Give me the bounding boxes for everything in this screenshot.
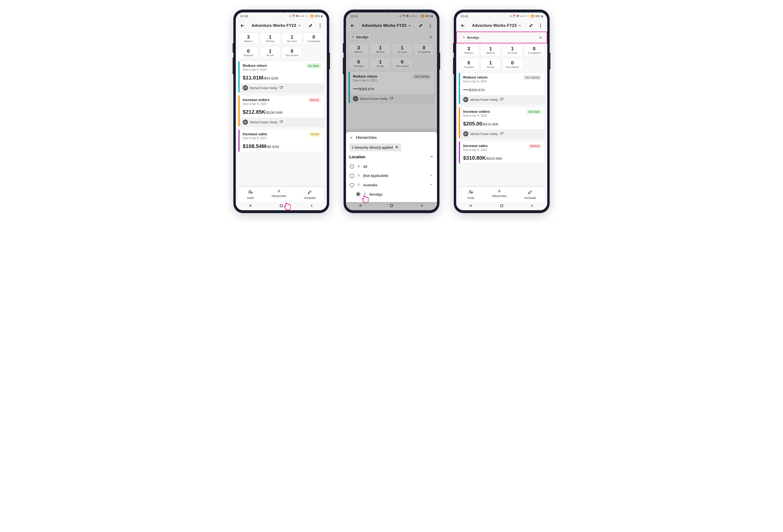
stat-label: At risk	[261, 54, 279, 57]
owner-name: Michal Foster Heldy	[250, 121, 277, 124]
expand-button[interactable]	[307, 22, 314, 29]
metric-value: $212.85K/$108.54M	[243, 109, 321, 115]
svg-point-3	[282, 86, 283, 87]
metric-card[interactable]: Reduce return Due in Apr 9, 2023 On trac…	[238, 61, 324, 93]
svg-point-41	[499, 190, 500, 191]
metric-footer: MF Michal Foster Heldy	[459, 95, 544, 104]
slicer-applied-chip[interactable]: 1 hierarchy slicer(s) applied	[349, 143, 401, 151]
svg-point-20	[359, 166, 360, 167]
stat-card[interactable]: 1 At risk	[480, 59, 501, 70]
chevron-up-icon[interactable]	[429, 183, 433, 187]
owner-name: Michal Foster Heldy	[470, 132, 498, 136]
hierarchy-option[interactable]: Australia	[349, 180, 434, 190]
stat-card[interactable]: 0 Not started	[282, 47, 302, 59]
metric-card[interactable]: Increase orders Due in Apr 9, 2023 On tr…	[459, 107, 545, 139]
radio-button[interactable]	[350, 164, 354, 169]
comment-icon[interactable]	[500, 97, 504, 102]
annotate-button[interactable]: Annotate	[525, 189, 536, 200]
hierarchy-option[interactable]: [Not Applicable]	[349, 171, 434, 180]
close-icon[interactable]	[395, 145, 399, 150]
stat-number: 0	[460, 60, 478, 66]
status-stripe	[459, 73, 460, 104]
option-label: All	[363, 165, 367, 169]
metric-card[interactable]: Increase orders Due in Apr 9, 2023 Behin…	[238, 95, 324, 127]
stat-card[interactable]: 0 Completed	[304, 33, 324, 44]
hierarchy-icon	[357, 183, 361, 187]
stat-card[interactable]: 1 Behind	[480, 44, 501, 56]
metric-card[interactable]: Reduce return Due in Apr 9, 2023 Not sta…	[459, 72, 545, 104]
page-title[interactable]: Adventure Works FY23	[469, 23, 525, 28]
stat-card[interactable]: 1 On track	[502, 44, 523, 56]
stat-label: Overdue	[460, 66, 478, 68]
back-button[interactable]	[239, 22, 246, 29]
radio-button[interactable]	[350, 174, 354, 178]
svg-point-26	[359, 185, 360, 186]
stat-card[interactable]: 0 Overdue	[459, 59, 479, 70]
stat-card[interactable]: 3 Metrics	[459, 44, 479, 56]
svg-point-5	[249, 190, 251, 192]
invite-button[interactable]: Invite	[247, 189, 254, 200]
svg-point-25	[357, 185, 358, 186]
nav-back-button[interactable]	[309, 203, 314, 209]
annotate-icon	[307, 189, 312, 195]
radio-button[interactable]	[356, 192, 361, 196]
annotate-icon	[528, 189, 533, 195]
hierarchy-option[interactable]: Bendigo	[349, 190, 434, 199]
metric-card[interactable]: Increase sales Due in Apr 9, 2023 Behind…	[459, 141, 545, 164]
metric-due: Due in Apr 9, 2023	[463, 114, 490, 117]
comment-icon[interactable]	[500, 132, 504, 136]
stat-card[interactable]: 0 Not started	[502, 59, 523, 70]
svg-point-29	[365, 194, 366, 195]
page-title[interactable]: Adventure Works FY23	[249, 23, 304, 28]
nav-home-button[interactable]	[499, 203, 504, 209]
metric-title: Increase sales	[463, 144, 488, 148]
sheet-header[interactable]: Hierarchies	[349, 135, 434, 140]
expand-button[interactable]	[528, 22, 534, 29]
stat-number: 1	[283, 34, 301, 40]
stat-card[interactable]: 0 Completed	[524, 44, 544, 56]
bottom-label: Invite	[467, 196, 474, 200]
option-label: [Not Applicable]	[363, 174, 388, 178]
group-header[interactable]: Location	[349, 155, 434, 160]
filter-chip[interactable]: Bendigo	[460, 34, 482, 41]
more-button[interactable]	[537, 22, 544, 29]
hierarchy-option[interactable]: All	[349, 162, 434, 171]
svg-point-0	[320, 24, 320, 25]
stat-card[interactable]: 1 On track	[282, 33, 302, 44]
clear-filter-button[interactable]	[537, 34, 544, 41]
metric-due: Due in Apr 9, 2023	[243, 68, 267, 71]
stat-card[interactable]: 3 Metrics	[238, 33, 258, 44]
metric-card[interactable]: Increase sales Due in Apr 9, 2023 At ris…	[238, 129, 324, 152]
chevron-down-icon[interactable]	[429, 173, 433, 178]
metric-value: —/$308.87K	[463, 87, 541, 93]
svg-point-18	[358, 165, 359, 165]
hierarchies-button[interactable]: Hierarchies	[492, 189, 507, 200]
more-button[interactable]	[317, 22, 323, 29]
nav-home-button[interactable]	[279, 203, 284, 209]
annotate-button[interactable]: Annotate	[304, 189, 316, 200]
status-badge: Not started	[523, 75, 541, 80]
hierarchy-icon	[363, 192, 367, 196]
nav-recent-button[interactable]	[469, 204, 474, 208]
filter-chip-label: Bendigo	[467, 36, 479, 39]
svg-point-39	[470, 190, 471, 192]
hierarchy-icon	[462, 35, 466, 39]
svg-point-34	[464, 36, 464, 37]
comment-icon[interactable]	[279, 86, 283, 90]
comment-icon[interactable]	[279, 120, 283, 125]
invite-button[interactable]: Invite	[467, 189, 474, 200]
back-button[interactable]	[460, 22, 466, 29]
status-bar: 10:41 ⊙ ⏰ ✱ ⋈ ⩤ ᯤ ⫶ 📶 86% ▮	[456, 12, 547, 20]
status-icons: ⊙ ⏰ ✱ ⋈ ⩤ ᯤ ⫶ 📶 86% ▮	[289, 14, 322, 18]
nav-recent-button[interactable]	[248, 204, 253, 208]
stat-card[interactable]: 1 Behind	[260, 33, 280, 44]
hierarchies-button[interactable]: Hierarchies	[272, 189, 286, 200]
stat-card[interactable]: 1 At risk	[260, 47, 280, 59]
stat-number: 0	[283, 48, 301, 54]
nav-back-button[interactable]	[530, 203, 535, 209]
svg-point-9	[280, 192, 280, 192]
phone-frame-0: 10:39 ⊙ ⏰ ✱ ⋈ ⩤ ᯤ ⫶ 📶 86% ▮ Adventure Wo…	[233, 9, 329, 213]
stat-card[interactable]: 0 Overdue	[238, 47, 258, 59]
status-badge: On track	[306, 63, 321, 68]
radio-button[interactable]	[350, 183, 354, 187]
